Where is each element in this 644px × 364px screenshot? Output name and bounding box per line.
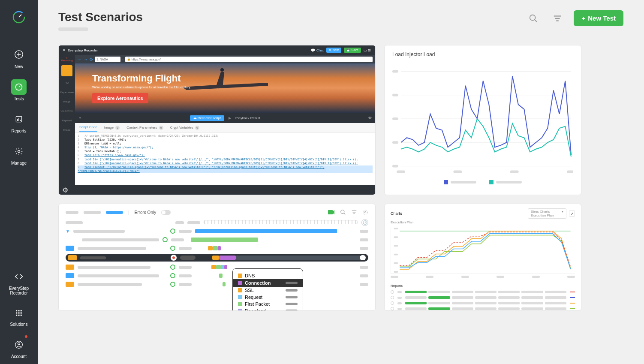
filter-button[interactable] (550, 11, 565, 26)
refresh-icon[interactable]: ⟳ (90, 57, 93, 62)
nav-tests[interactable]: Tests (0, 74, 38, 106)
svg-rect-52 (394, 228, 398, 229)
nav-reports[interactable]: Reports (0, 106, 38, 138)
recorder-script-button[interactable]: ◂▸ Recorder script (190, 115, 224, 121)
back-icon[interactable]: ← (78, 57, 82, 62)
filter-icon[interactable] (351, 209, 357, 215)
expand-icon[interactable]: ▼ (66, 229, 70, 234)
tool-keyword[interactable]: Keyword (62, 117, 72, 123)
svg-line-25 (535, 19, 537, 22)
tool-keymouse[interactable]: Key+mouse (60, 89, 74, 95)
url-field[interactable]: 🔒 https://www.nasa.gov/ (125, 57, 373, 62)
tool-image[interactable]: Image (63, 99, 71, 105)
svg-rect-57 (394, 271, 398, 273)
window-controls-icon[interactable]: ▭ ⊡ (364, 48, 371, 52)
search-icon[interactable] (340, 209, 346, 215)
errors-only-label: Errors Only (135, 210, 156, 215)
chevron-down-icon: ▾ (562, 210, 563, 217)
svg-rect-44 (328, 210, 333, 214)
report-row[interactable] (391, 296, 575, 299)
code-editor[interactable]: 1 // script_VERSION=3.0; everystep_versi… (75, 132, 375, 185)
svg-rect-43 (567, 171, 573, 173)
errors-only-toggle[interactable] (161, 210, 171, 215)
waterfall-row[interactable] (66, 237, 368, 243)
gear-icon[interactable]: ⚙ (62, 186, 68, 194)
chart-legend (392, 180, 573, 184)
nav-label: Solutions (10, 322, 27, 327)
nav-label: New (15, 64, 23, 69)
svg-rect-33 (392, 94, 398, 96)
execution-plan-panel: Charts Stres Charts Execution Plan▾ ⤢ Ex… (384, 204, 581, 311)
tab-context-params[interactable]: Context Parameters 0 (126, 124, 163, 132)
chart-title: Load Injector Load (392, 51, 573, 57)
recorder-new-button[interactable]: ⊕ New (326, 48, 341, 53)
play-icon[interactable]: ▶ (229, 116, 231, 120)
recorder-page-preview: Transforming Flight We're working on new… (75, 63, 375, 113)
nav-solutions[interactable]: Solutions (0, 301, 38, 332)
svg-rect-10 (18, 118, 19, 121)
tab-image[interactable]: Image 0 (104, 124, 120, 132)
svg-rect-53 (394, 236, 398, 238)
report-row[interactable] (391, 301, 575, 305)
search-button[interactable] (526, 11, 541, 26)
nav-label: Account (11, 354, 27, 359)
waterfall-row[interactable]: ▼ (66, 228, 368, 234)
user-icon (11, 337, 27, 352)
report-row[interactable] (391, 307, 575, 310)
tab-crypt-vars[interactable]: Crypt Variables 0 (170, 124, 199, 132)
waterfall-rows: 🕐 ▼ (66, 220, 368, 287)
active-tab-indicator[interactable] (106, 211, 123, 214)
exec-reports-section: Reports (391, 284, 575, 310)
svg-rect-39 (392, 165, 398, 168)
waterfall-row[interactable] (66, 273, 368, 279)
svg-rect-9 (17, 119, 18, 121)
svg-point-24 (530, 15, 536, 20)
recorder-urlbar: ← → ⟳ 1. NASA › 🔒 https://www.nasa.gov/ (75, 55, 375, 63)
nav-account[interactable]: Account (0, 332, 38, 364)
nav-new[interactable]: New (0, 41, 38, 74)
eye-icon[interactable]: 👁 (368, 116, 372, 120)
waterfall-row[interactable] (66, 245, 368, 251)
forward-icon[interactable]: → (84, 57, 88, 62)
hero-cta-button[interactable]: Explore Aeronautics (92, 93, 148, 103)
tooltip-label: Connection (245, 280, 271, 286)
nav-manage[interactable]: Manage (0, 138, 38, 171)
nav-label: EveryStep Recorder (9, 286, 29, 295)
video-icon[interactable] (328, 210, 335, 215)
code-icon (11, 269, 27, 284)
waterfall-header-row: 🕐 (66, 220, 368, 226)
new-test-button[interactable]: +New Test (574, 10, 623, 26)
svg-line-7 (19, 86, 20, 87)
svg-rect-11 (20, 120, 21, 121)
subtitle-placeholder (58, 27, 88, 31)
svg-line-2 (19, 15, 21, 17)
svg-rect-19 (16, 315, 17, 316)
clock-icon[interactable]: 🕐 (361, 219, 368, 226)
sidebar: New Tests Reports Manage EveryStep Recor… (0, 0, 38, 364)
waterfall-row-expanded[interactable] (66, 254, 368, 262)
svg-rect-17 (18, 313, 20, 314)
load-injector-panel: Load Injector Load (384, 45, 581, 195)
svg-rect-14 (18, 310, 20, 311)
settings-icon[interactable] (362, 209, 368, 215)
tool-ria[interactable]: RIA (65, 80, 69, 86)
chart-selector[interactable]: Stres Charts Execution Plan▾ (528, 208, 566, 219)
exec-charts-label: Charts (391, 211, 402, 216)
svg-rect-31 (392, 70, 398, 72)
tooltip-label: SSL (245, 288, 254, 293)
tab-script-code[interactable]: Script Code (79, 123, 97, 132)
chat-label[interactable]: Chat (316, 48, 324, 52)
tooltip-label: DNS (245, 273, 255, 278)
tool-image-2[interactable]: Image (63, 127, 71, 133)
nav-everystep-recorder[interactable]: EveryStep Recorder (0, 264, 38, 301)
stop-button[interactable] (61, 65, 72, 76)
expand-button[interactable]: ⤢ (569, 211, 575, 217)
recorder-save-button[interactable]: 💾 Save (344, 48, 361, 53)
svg-rect-54 (394, 245, 398, 247)
chart-icon (11, 111, 27, 127)
tool-validation-header: VALIDATION (61, 108, 73, 114)
waterfall-row[interactable] (66, 281, 368, 287)
waterfall-row[interactable] (66, 264, 368, 270)
report-row[interactable] (391, 290, 575, 294)
plus-icon: + (581, 15, 585, 22)
